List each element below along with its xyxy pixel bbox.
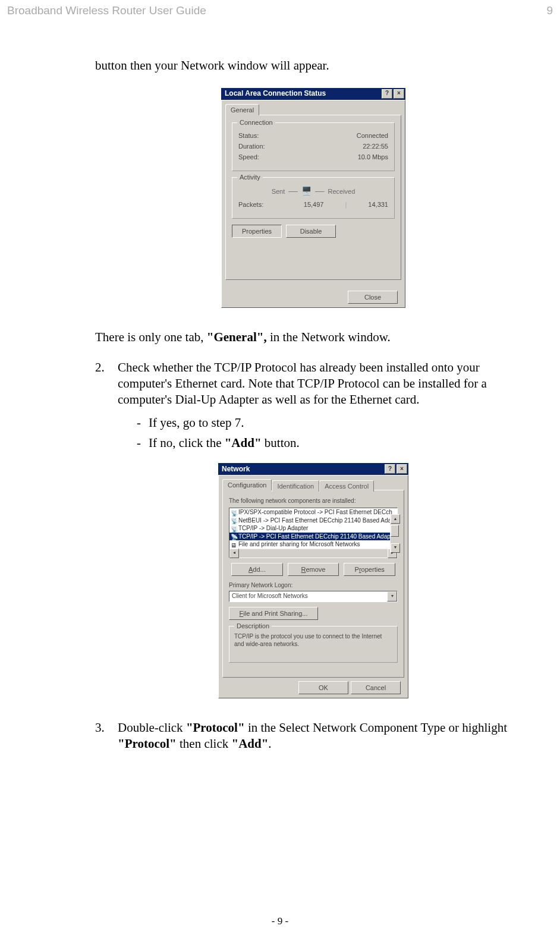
packets-label: Packets: (238, 200, 263, 209)
page-number-top: 9 (546, 4, 553, 17)
step-3: 3. Double-click "Protocol" in the Select… (95, 720, 531, 752)
list-item[interactable]: 📡NetBEUI -> PCI Fast Ethernet DECchip 21… (229, 517, 397, 525)
received-label: Received (328, 187, 355, 196)
list-item[interactable]: 🖥File and printer sharing for Microsoft … (229, 540, 397, 549)
dialog-network: Network ? × Configuration Identification… (218, 463, 408, 698)
protocol-icon: 📡 (231, 517, 237, 523)
close-button[interactable]: Close (348, 291, 398, 304)
components-list[interactable]: 📡IPX/SPX-compatible Protocol -> PCI Fast… (229, 508, 398, 558)
dialog-connection-status: Local Area Connection Status ? × General… (221, 88, 405, 308)
list-item[interactable]: 📡TCP/IP -> Dial-Up Adapter (229, 524, 397, 533)
step-2: 2. Check whether the TCP/IP Protocol has… (95, 360, 531, 456)
tab-identification[interactable]: Identification (272, 480, 319, 492)
help-icon[interactable]: ? (382, 89, 392, 99)
group-activity-label: Activity (237, 173, 263, 181)
tab-access-control[interactable]: Access Control (319, 480, 374, 492)
primary-logon-dropdown[interactable]: Client for Microsoft Networks ▾ (229, 591, 398, 602)
cancel-button[interactable]: Cancel (351, 681, 401, 694)
properties-button[interactable]: Properties (344, 563, 395, 576)
sent-label: Sent (272, 187, 285, 196)
footer-page-number: - 9 - (0, 915, 560, 927)
packets-received: 14,331 (368, 200, 388, 209)
primary-logon-value: Client for Microsoft Networks (232, 593, 308, 600)
remove-button[interactable]: Remove (288, 563, 339, 576)
scroll-thumb[interactable] (391, 525, 399, 537)
computers-icon: 🖥️ (301, 186, 312, 197)
scroll-down-icon[interactable]: ▾ (391, 543, 400, 553)
dialog2-title: Network (222, 465, 250, 474)
intro-fragment: button then your Network window will app… (95, 58, 531, 74)
step2-bullet-a: - If yes, go to step 7. (137, 415, 531, 431)
duration-value: 22:22:55 (363, 142, 388, 150)
step3-text: Double-click "Protocol" in the Select Ne… (118, 720, 531, 752)
add-button[interactable]: Add... (231, 563, 283, 576)
status-value: Connected (357, 131, 388, 140)
service-icon: 🖥 (231, 541, 237, 547)
speed-value: 10.0 Mbps (358, 153, 388, 161)
packets-sent: 15,497 (304, 200, 324, 209)
scroll-left-icon[interactable]: ◂ (229, 549, 239, 558)
ok-button[interactable]: OK (298, 681, 348, 694)
tab-configuration[interactable]: Configuration (222, 479, 272, 490)
properties-button[interactable]: Properties (232, 225, 282, 238)
status-label: Status: (238, 131, 259, 140)
step3-marker: 3. (95, 720, 108, 752)
file-print-sharing-button[interactable]: File and Print Sharing... (229, 607, 318, 620)
tab-general[interactable]: General (225, 104, 259, 115)
protocol-icon: 📡 (231, 509, 237, 515)
after-dialog1-text: There is only one tab, "General", in the… (95, 329, 531, 345)
close-icon[interactable]: × (394, 89, 404, 99)
header-title: Broadband Wireless Router User Guide (7, 4, 206, 17)
chevron-down-icon[interactable]: ▾ (387, 591, 397, 602)
step2-marker: 2. (95, 360, 108, 456)
description-label: Description (234, 622, 272, 630)
speed-label: Speed: (238, 153, 259, 161)
duration-label: Duration: (238, 142, 265, 150)
arrow-received-icon: ── (315, 187, 325, 196)
arrow-sent-icon: ── (288, 187, 298, 196)
primary-logon-label: Primary Network Logon: (229, 582, 398, 590)
protocol-icon: 📡 (231, 525, 237, 531)
protocol-icon: 📡 (231, 533, 237, 539)
step2-text: Check whether the TCP/IP Protocol has al… (118, 360, 531, 408)
list-item-selected[interactable]: 📡TCP/IP -> PCI Fast Ethernet DECchip 211… (229, 533, 397, 541)
list-item[interactable]: 📡IPX/SPX-compatible Protocol -> PCI Fast… (229, 508, 397, 517)
scroll-up-icon[interactable]: ▴ (391, 514, 400, 524)
group-connection-label: Connection (237, 118, 275, 127)
components-list-label: The following network components are ins… (229, 498, 398, 505)
dialog1-title: Local Area Connection Status (225, 89, 326, 98)
step2-bullet-b: - If no, click the "Add" button. (137, 435, 531, 451)
description-text: TCP/IP is the protocol you use to connec… (234, 632, 392, 648)
disable-button[interactable]: Disable (286, 225, 336, 238)
close-icon[interactable]: × (397, 464, 407, 474)
help-icon[interactable]: ? (385, 464, 395, 474)
